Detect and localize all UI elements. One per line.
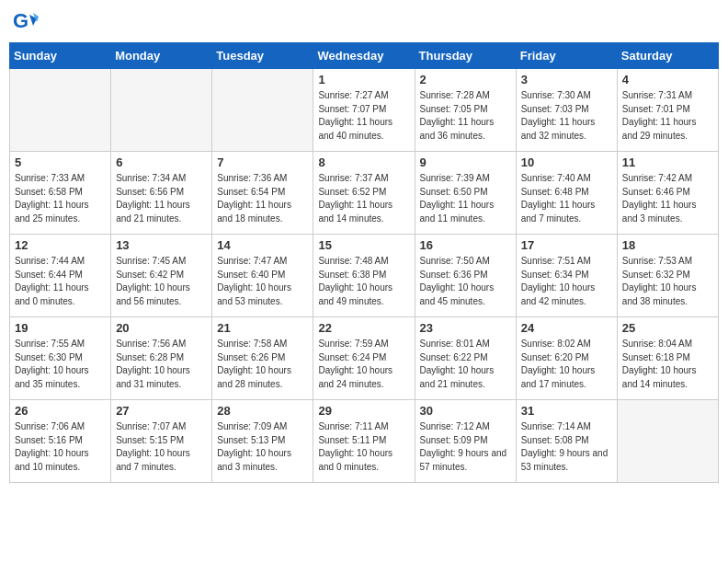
day-info: Sunrise: 7:36 AM Sunset: 6:54 PM Dayligh…	[217, 172, 308, 225]
day-info: Sunrise: 7:09 AM Sunset: 5:13 PM Dayligh…	[217, 420, 308, 474]
calendar-cell: 11Sunrise: 7:42 AM Sunset: 6:46 PM Dayli…	[617, 152, 718, 235]
calendar-cell: 8Sunrise: 7:37 AM Sunset: 6:52 PM Daylig…	[313, 152, 415, 235]
day-info: Sunrise: 7:48 AM Sunset: 6:38 PM Dayligh…	[318, 255, 409, 308]
calendar-cell: 14Sunrise: 7:47 AM Sunset: 6:40 PM Dayli…	[212, 235, 313, 317]
calendar-table: SundayMondayTuesdayWednesdayThursdayFrid…	[9, 42, 719, 483]
calendar-week-row: 1Sunrise: 7:27 AM Sunset: 7:07 PM Daylig…	[10, 69, 719, 152]
day-info: Sunrise: 7:07 AM Sunset: 5:15 PM Dayligh…	[116, 420, 207, 474]
calendar-cell: 27Sunrise: 7:07 AM Sunset: 5:15 PM Dayli…	[111, 400, 212, 483]
day-number: 24	[521, 321, 612, 335]
day-number: 7	[217, 155, 308, 169]
day-number: 14	[217, 238, 308, 252]
day-info: Sunrise: 7:39 AM Sunset: 6:50 PM Dayligh…	[420, 172, 511, 225]
calendar-cell: 24Sunrise: 8:02 AM Sunset: 6:20 PM Dayli…	[516, 317, 617, 400]
day-number: 5	[15, 155, 106, 169]
day-info: Sunrise: 7:33 AM Sunset: 6:58 PM Dayligh…	[15, 172, 106, 225]
logo-icon: G	[13, 9, 39, 35]
day-number: 11	[622, 155, 713, 169]
weekday-header: Sunday	[10, 43, 111, 69]
day-number: 21	[217, 321, 308, 335]
calendar-week-row: 12Sunrise: 7:44 AM Sunset: 6:44 PM Dayli…	[10, 235, 719, 317]
calendar-cell: 19Sunrise: 7:55 AM Sunset: 6:30 PM Dayli…	[10, 317, 111, 400]
day-number: 28	[217, 404, 308, 418]
weekday-header: Friday	[516, 43, 617, 69]
calendar-cell	[111, 69, 212, 152]
day-info: Sunrise: 7:30 AM Sunset: 7:03 PM Dayligh…	[521, 89, 612, 143]
calendar-cell: 15Sunrise: 7:48 AM Sunset: 6:38 PM Dayli…	[313, 235, 415, 317]
day-number: 10	[521, 155, 612, 169]
day-number: 26	[15, 404, 106, 418]
day-info: Sunrise: 8:01 AM Sunset: 6:22 PM Dayligh…	[420, 338, 511, 391]
day-number: 19	[15, 321, 106, 335]
day-info: Sunrise: 7:45 AM Sunset: 6:42 PM Dayligh…	[116, 255, 207, 308]
calendar-week-row: 19Sunrise: 7:55 AM Sunset: 6:30 PM Dayli…	[10, 317, 719, 400]
calendar-cell: 28Sunrise: 7:09 AM Sunset: 5:13 PM Dayli…	[212, 400, 313, 483]
calendar-cell: 22Sunrise: 7:59 AM Sunset: 6:24 PM Dayli…	[313, 317, 415, 400]
day-info: Sunrise: 7:44 AM Sunset: 6:44 PM Dayligh…	[15, 255, 106, 308]
day-info: Sunrise: 7:34 AM Sunset: 6:56 PM Dayligh…	[116, 172, 207, 225]
day-number: 4	[622, 73, 713, 86]
calendar-cell: 17Sunrise: 7:51 AM Sunset: 6:34 PM Dayli…	[516, 235, 617, 317]
day-number: 1	[318, 73, 409, 86]
calendar-cell: 1Sunrise: 7:27 AM Sunset: 7:07 PM Daylig…	[313, 69, 415, 152]
calendar-cell: 2Sunrise: 7:28 AM Sunset: 7:05 PM Daylig…	[415, 69, 516, 152]
calendar-cell: 26Sunrise: 7:06 AM Sunset: 5:16 PM Dayli…	[10, 400, 111, 483]
day-number: 20	[116, 321, 207, 335]
day-number: 3	[521, 73, 612, 86]
calendar-cell: 16Sunrise: 7:50 AM Sunset: 6:36 PM Dayli…	[415, 235, 516, 317]
day-info: Sunrise: 7:55 AM Sunset: 6:30 PM Dayligh…	[15, 338, 106, 391]
day-info: Sunrise: 7:53 AM Sunset: 6:32 PM Dayligh…	[622, 255, 713, 308]
day-number: 2	[420, 73, 511, 86]
day-number: 15	[318, 238, 409, 252]
day-info: Sunrise: 7:28 AM Sunset: 7:05 PM Dayligh…	[420, 89, 511, 143]
calendar-cell	[10, 69, 111, 152]
calendar-cell: 7Sunrise: 7:36 AM Sunset: 6:54 PM Daylig…	[212, 152, 313, 235]
day-info: Sunrise: 7:11 AM Sunset: 5:11 PM Dayligh…	[318, 420, 409, 474]
weekday-header: Tuesday	[212, 43, 313, 69]
day-number: 27	[116, 404, 207, 418]
calendar-cell: 20Sunrise: 7:56 AM Sunset: 6:28 PM Dayli…	[111, 317, 212, 400]
day-number: 6	[116, 155, 207, 169]
calendar-header: SundayMondayTuesdayWednesdayThursdayFrid…	[10, 43, 719, 69]
calendar-week-row: 26Sunrise: 7:06 AM Sunset: 5:16 PM Dayli…	[10, 400, 719, 483]
day-number: 13	[116, 238, 207, 252]
calendar-cell: 29Sunrise: 7:11 AM Sunset: 5:11 PM Dayli…	[313, 400, 415, 483]
weekday-header: Monday	[111, 43, 212, 69]
day-info: Sunrise: 7:51 AM Sunset: 6:34 PM Dayligh…	[521, 255, 612, 308]
day-number: 12	[15, 238, 106, 252]
day-info: Sunrise: 8:02 AM Sunset: 6:20 PM Dayligh…	[521, 338, 612, 391]
day-info: Sunrise: 7:27 AM Sunset: 7:07 PM Dayligh…	[318, 89, 409, 143]
calendar-cell: 5Sunrise: 7:33 AM Sunset: 6:58 PM Daylig…	[10, 152, 111, 235]
day-info: Sunrise: 7:06 AM Sunset: 5:16 PM Dayligh…	[15, 420, 106, 474]
day-info: Sunrise: 7:40 AM Sunset: 6:48 PM Dayligh…	[521, 172, 612, 225]
calendar-cell: 21Sunrise: 7:58 AM Sunset: 6:26 PM Dayli…	[212, 317, 313, 400]
weekday-header: Wednesday	[313, 43, 415, 69]
calendar-cell: 9Sunrise: 7:39 AM Sunset: 6:50 PM Daylig…	[415, 152, 516, 235]
day-number: 30	[420, 404, 511, 418]
calendar-cell: 12Sunrise: 7:44 AM Sunset: 6:44 PM Dayli…	[10, 235, 111, 317]
calendar-cell: 13Sunrise: 7:45 AM Sunset: 6:42 PM Dayli…	[111, 235, 212, 317]
day-info: Sunrise: 7:58 AM Sunset: 6:26 PM Dayligh…	[217, 338, 308, 391]
day-number: 29	[318, 404, 409, 418]
day-info: Sunrise: 7:47 AM Sunset: 6:40 PM Dayligh…	[217, 255, 308, 308]
calendar-week-row: 5Sunrise: 7:33 AM Sunset: 6:58 PM Daylig…	[10, 152, 719, 235]
weekday-header: Thursday	[415, 43, 516, 69]
calendar-cell: 3Sunrise: 7:30 AM Sunset: 7:03 PM Daylig…	[516, 69, 617, 152]
day-info: Sunrise: 7:42 AM Sunset: 6:46 PM Dayligh…	[622, 172, 713, 225]
calendar-cell: 25Sunrise: 8:04 AM Sunset: 6:18 PM Dayli…	[617, 317, 718, 400]
calendar-cell: 6Sunrise: 7:34 AM Sunset: 6:56 PM Daylig…	[111, 152, 212, 235]
day-number: 16	[420, 238, 511, 252]
day-number: 18	[622, 238, 713, 252]
day-info: Sunrise: 7:37 AM Sunset: 6:52 PM Dayligh…	[318, 172, 409, 225]
calendar-cell: 4Sunrise: 7:31 AM Sunset: 7:01 PM Daylig…	[617, 69, 718, 152]
calendar-cell: 30Sunrise: 7:12 AM Sunset: 5:09 PM Dayli…	[415, 400, 516, 483]
day-info: Sunrise: 7:59 AM Sunset: 6:24 PM Dayligh…	[318, 338, 409, 391]
logo: G	[13, 9, 42, 35]
day-number: 17	[521, 238, 612, 252]
day-number: 22	[318, 321, 409, 335]
calendar-cell: 31Sunrise: 7:14 AM Sunset: 5:08 PM Dayli…	[516, 400, 617, 483]
day-number: 23	[420, 321, 511, 335]
day-info: Sunrise: 7:14 AM Sunset: 5:08 PM Dayligh…	[521, 420, 612, 474]
day-info: Sunrise: 7:50 AM Sunset: 6:36 PM Dayligh…	[420, 255, 511, 308]
calendar-cell	[617, 400, 718, 483]
